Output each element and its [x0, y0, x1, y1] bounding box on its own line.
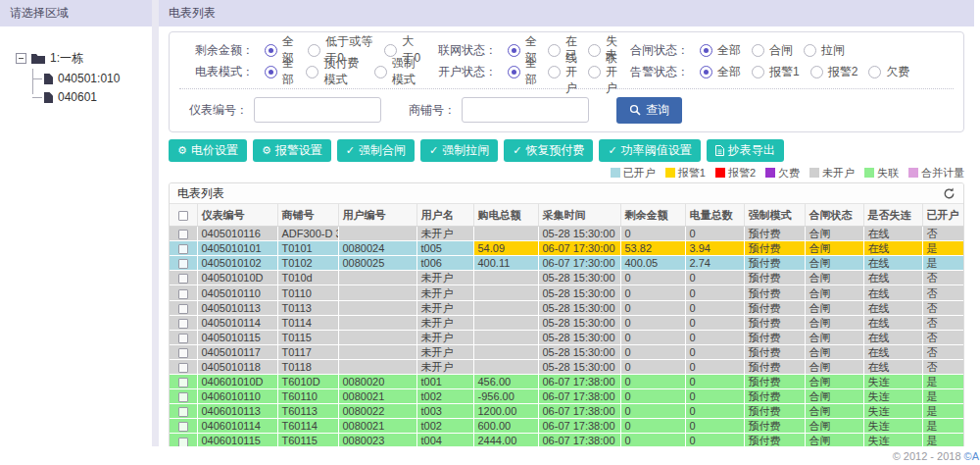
row-select-cell — [170, 434, 197, 446]
row-checkbox[interactable] — [178, 304, 188, 314]
radio-option[interactable]: 报警1 — [752, 64, 800, 80]
row-checkbox[interactable] — [178, 407, 188, 417]
row-checkbox[interactable] — [178, 422, 188, 432]
radio-icon — [810, 66, 823, 78]
column-header: 是否失连 — [863, 204, 922, 227]
tree-root-node[interactable]: 1:一栋 — [16, 50, 152, 67]
table-cell: 600.00 — [473, 419, 538, 434]
table-cell: 合闸 — [805, 344, 863, 359]
radio-icon — [306, 66, 318, 78]
table-cell: 预付费 — [744, 359, 805, 374]
radio-icon — [548, 44, 561, 57]
row-checkbox[interactable] — [178, 289, 188, 299]
table-cell: 0 — [685, 285, 744, 300]
table-cell: 预付费 — [744, 419, 805, 434]
table-cell: 06-07 17:30:00 — [538, 256, 620, 271]
meter-export-button[interactable]: 抄表导出 — [707, 139, 784, 162]
action-button-label: 报警设置 — [275, 142, 322, 159]
column-header: 合闸状态 — [805, 204, 863, 227]
table-cell: 06-07 17:38:00 — [538, 404, 620, 419]
table-cell: 预付费 — [744, 389, 805, 404]
radio-option[interactable]: 报警2 — [810, 64, 858, 80]
table-cell: t006 — [416, 256, 473, 271]
radio-option[interactable]: 全部 — [700, 64, 741, 80]
gear-icon: ⚙ — [177, 145, 187, 156]
row-checkbox[interactable] — [178, 438, 188, 447]
table-cell: 失连 — [863, 389, 922, 404]
row-checkbox[interactable] — [178, 244, 188, 254]
table-cell — [473, 344, 538, 359]
table-cell: 预付费 — [744, 330, 805, 344]
row-checkbox[interactable] — [178, 319, 188, 329]
legend-item: 报警1 — [665, 166, 706, 181]
radio-option[interactable]: 欠费 — [868, 64, 909, 80]
radio-label: 合闸 — [769, 42, 793, 59]
table-cell: 0080021 — [338, 389, 416, 404]
alarm-settings-button[interactable]: ⚙报警设置 — [253, 139, 331, 162]
row-checkbox[interactable] — [178, 378, 188, 388]
radio-option[interactable]: 预付费模式 — [306, 55, 363, 88]
power-threshold-settings-button[interactable]: ✓功率阈值设置 — [599, 139, 700, 162]
footer-link[interactable]: ©A — [964, 450, 980, 462]
collapse-icon[interactable] — [16, 53, 26, 64]
table-cell: 0080022 — [338, 404, 416, 419]
table-cell: 0406010115 — [197, 434, 277, 446]
table-cell: 未开户 — [416, 330, 473, 344]
tree-node[interactable]: 040601 — [44, 90, 152, 104]
table-cell: t005 — [416, 241, 473, 256]
radio-option[interactable]: 合闸 — [752, 42, 793, 59]
table-cell: 54.09 — [473, 241, 538, 256]
radio-option[interactable]: 强制模式 — [374, 55, 422, 88]
force-open-switch-button[interactable]: ✓强制拉闸 — [420, 139, 498, 162]
legend-item: 报警2 — [715, 166, 756, 181]
radio-option[interactable]: 全部 — [508, 55, 537, 88]
refresh-icon[interactable] — [943, 187, 956, 200]
table-cell: 否 — [922, 227, 964, 241]
shop-no-label: 商铺号： — [409, 102, 456, 119]
radio-label: 预付费模式 — [323, 55, 363, 88]
tree-root-label: 1:一栋 — [50, 50, 83, 67]
row-checkbox[interactable] — [178, 259, 188, 269]
legend-label: 已开户 — [623, 166, 656, 181]
radio-option[interactable]: 拉闸 — [804, 42, 845, 59]
table-cell: 0 — [685, 389, 744, 404]
table-cell: 0406010110 — [197, 389, 277, 404]
table-cell: 未开户 — [416, 359, 473, 374]
row-checkbox[interactable] — [178, 230, 188, 239]
table-head-row: 仪表编号商铺号用户编号用户名购电总额采集时间剩余金额电量总数强制模式合闸状态是否… — [170, 204, 964, 227]
row-checkbox[interactable] — [178, 274, 188, 284]
row-checkbox[interactable] — [178, 334, 188, 343]
shop-no-input[interactable] — [462, 97, 589, 123]
legend-label: 合并计量 — [921, 166, 964, 181]
row-select-cell — [170, 344, 197, 359]
row-checkbox[interactable] — [178, 392, 188, 402]
table-cell: 预付费 — [744, 256, 805, 271]
table-cell — [473, 285, 538, 300]
meter-no-input[interactable] — [254, 97, 381, 123]
force-close-switch-button[interactable]: ✓强制合闸 — [337, 139, 415, 162]
row-checkbox[interactable] — [178, 363, 188, 373]
table-cell: T0113 — [277, 300, 338, 315]
query-button[interactable]: 查询 — [616, 97, 682, 124]
select-all-checkbox[interactable] — [178, 211, 188, 221]
table-cell: t003 — [416, 404, 473, 419]
table-cell: 0 — [685, 344, 744, 359]
table-cell: T6010D — [277, 375, 338, 389]
table-cell: 06-07 17:38:00 — [538, 375, 620, 389]
radio-icon — [508, 44, 520, 57]
table-cell: 合闸 — [805, 434, 863, 446]
tree-node[interactable]: 040501:010 — [44, 72, 152, 85]
restore-prepaid-button[interactable]: ✓恢复预付费 — [504, 139, 593, 162]
table-row: 0405010114T0114未开户05-28 15:30:0000预付费合闸在… — [170, 315, 964, 330]
table-cell: 0405010114 — [197, 315, 277, 330]
radio-option[interactable]: 全部 — [700, 42, 741, 59]
table-cell: 05-28 15:30:00 — [538, 300, 620, 315]
table-cell: T0117 — [277, 344, 338, 359]
table-cell — [338, 271, 416, 285]
table-cell: t001 — [416, 375, 473, 389]
main-content: 剩余金额：全部低于或等于0大于0联网状态：全部在线失联合闸状态：全部合闸拉闸 电… — [159, 26, 974, 446]
legend-swatch — [665, 168, 675, 178]
row-checkbox[interactable] — [178, 348, 188, 358]
radio-option[interactable]: 全部 — [265, 55, 295, 88]
price-settings-button[interactable]: ⚙电价设置 — [169, 139, 247, 162]
